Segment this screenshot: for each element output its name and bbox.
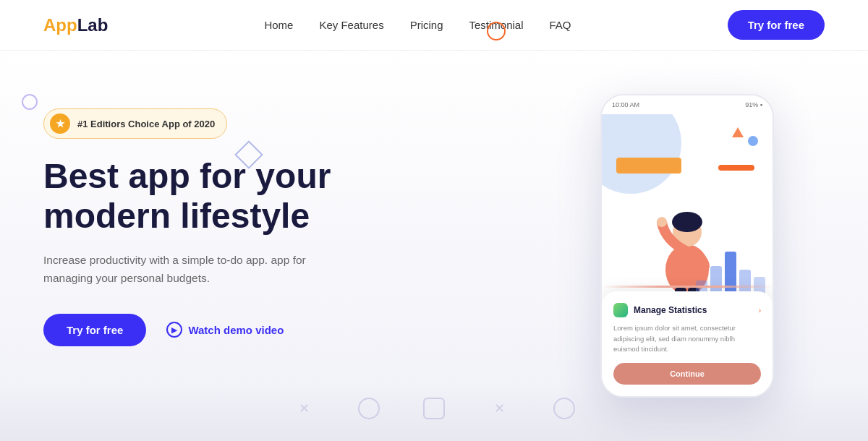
deco-cross-2: ✕	[488, 398, 510, 419]
orange-bar-shape	[616, 158, 681, 174]
watch-label: Watch demo video	[188, 324, 284, 336]
phone-content: Manage Statistics › Lorem ipsum dolor si…	[602, 114, 773, 396]
hero-section: ★ #1 Editiors Choice App of 2020 Best ap…	[0, 51, 868, 441]
phone-card: Manage Statistics › Lorem ipsum dolor si…	[602, 291, 773, 396]
phone-card-icon	[613, 303, 628, 317]
deco-square-1	[423, 398, 445, 419]
logo-app: App	[43, 15, 77, 35]
deco-circle-small	[22, 94, 38, 110]
hero-title: Best app for your modern lifestyle	[43, 156, 391, 236]
deco-cross-1: ✕	[293, 398, 315, 419]
badge: ★ #1 Editiors Choice App of 2020	[43, 108, 227, 139]
deco-circle-2	[553, 398, 575, 419]
phone-wrapper: 10:00 AM 91% ▪	[600, 94, 774, 398]
navbar-try-button[interactable]: Try for free	[728, 10, 825, 40]
phone-card-text: Lorem ipsum dolor sit amet, consectetur …	[613, 323, 761, 354]
bg-circle-blue	[602, 114, 681, 194]
logo-lab: Lab	[77, 15, 109, 35]
logo[interactable]: AppLab	[43, 15, 108, 35]
phone-card-header: Manage Statistics ›	[613, 303, 761, 317]
nav-links: Home Key Features Pricing Testimonial FA…	[264, 19, 571, 32]
hero-try-button[interactable]: Try for free	[43, 314, 146, 346]
phone-card-chevron: ›	[759, 307, 761, 314]
badge-icon: ★	[50, 114, 70, 134]
small-blue-circle	[748, 136, 758, 146]
svg-point-3	[657, 217, 667, 227]
phone-card-continue-button[interactable]: Continue	[613, 363, 761, 385]
nav-key-features[interactable]: Key Features	[319, 19, 383, 32]
nav-testimonial[interactable]: Testimonial	[469, 19, 524, 32]
nav-pricing[interactable]: Pricing	[410, 19, 443, 32]
hero-subtitle: Increase productivity with a simple to-d…	[43, 252, 347, 288]
nav-home[interactable]: Home	[264, 19, 293, 32]
phone-card-title: Manage Statistics	[634, 305, 707, 315]
bottom-deco: ✕ ✕	[293, 398, 575, 419]
phone-time: 10:00 AM	[612, 101, 639, 108]
wave-line	[602, 286, 773, 288]
phone-signal: 91% ▪	[745, 101, 762, 108]
phone-status-bar: 10:00 AM 91% ▪	[602, 95, 773, 114]
phone-frame: 10:00 AM 91% ▪	[600, 94, 774, 398]
navbar: AppLab Home Key Features Pricing Testimo…	[0, 0, 868, 51]
hero-right: 10:00 AM 91% ▪	[535, 51, 839, 441]
hero-watch-button[interactable]: ▶ Watch demo video	[166, 322, 284, 338]
svg-point-2	[672, 212, 702, 232]
play-icon: ▶	[166, 322, 182, 338]
red-line-shape	[718, 165, 754, 171]
nav-faq[interactable]: FAQ	[550, 19, 571, 32]
triangle-shape	[732, 127, 744, 137]
badge-text: #1 Editiors Choice App of 2020	[77, 119, 215, 129]
deco-circle-1	[358, 398, 380, 419]
hero-title-line2: modern lifestyle	[43, 197, 310, 235]
hero-title-line1: Best app for your	[43, 157, 331, 195]
